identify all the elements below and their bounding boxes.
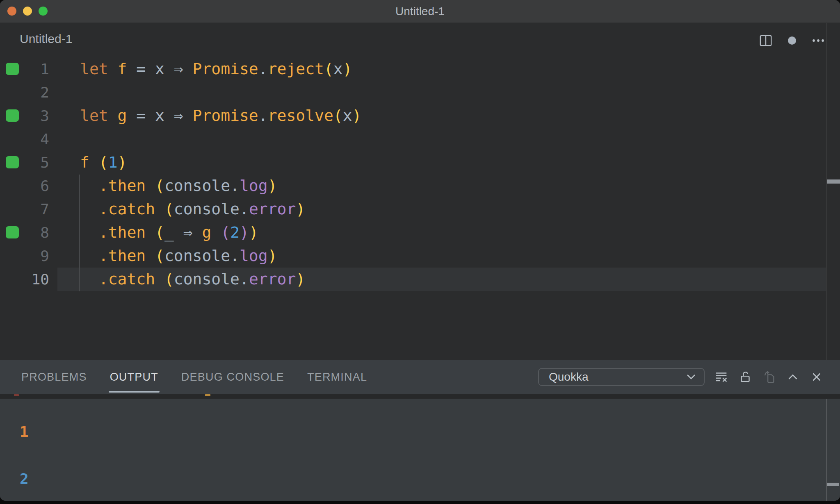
more-actions-icon[interactable] — [811, 34, 825, 48]
code-token: ) — [296, 270, 305, 288]
line-number[interactable]: 1 — [0, 57, 49, 81]
code-text: .then (console.log) — [80, 174, 277, 198]
code-text: let f = x ⇒ Promise.reject(x) — [80, 57, 352, 81]
line-number[interactable]: 4 — [0, 127, 49, 151]
code-token: ( — [155, 223, 164, 241]
panel-tab-debug-console[interactable]: DEBUG CONSOLE — [181, 360, 284, 394]
code-token: ) — [296, 200, 305, 218]
code-token: _ ⇒ — [164, 223, 202, 241]
code-token — [80, 177, 99, 195]
code-token — [80, 270, 99, 288]
code-token: ) — [268, 177, 277, 195]
code-token: error — [249, 270, 296, 288]
editor-actions — [759, 34, 825, 48]
panel-header: PROBLEMSOUTPUTDEBUG CONSOLETERMINAL Quok… — [0, 360, 840, 394]
panel-tab-terminal[interactable]: TERMINAL — [307, 360, 367, 394]
code-token — [211, 223, 221, 241]
code-token: x — [343, 107, 352, 125]
code-token: 2 — [230, 223, 240, 241]
code-line-4[interactable]: 4 — [0, 127, 840, 151]
traffic-lights — [7, 7, 48, 16]
code-token: ( — [324, 60, 333, 78]
code-token: let — [80, 60, 108, 78]
output-console: 12 — [0, 399, 840, 501]
code-token — [146, 177, 155, 195]
panel-tabs: PROBLEMSOUTPUTDEBUG CONSOLETERMINAL — [0, 360, 390, 394]
code-token: Promise — [193, 107, 258, 125]
code-text: .catch (console.error) — [80, 268, 305, 291]
open-output-in-editor-icon[interactable] — [762, 370, 776, 384]
zoom-window-button[interactable] — [39, 7, 48, 16]
line-number[interactable]: 8 — [0, 221, 49, 244]
titlebar[interactable]: Untitled-1 — [0, 0, 840, 23]
code-line-2[interactable]: 2 — [0, 81, 840, 104]
code-text: let g = x ⇒ Promise.resolve(x) — [80, 104, 361, 127]
code-token: f — [80, 153, 89, 171]
code-token — [155, 270, 164, 288]
code-token — [146, 223, 155, 241]
output-scrollbar-thumb[interactable] — [827, 483, 839, 486]
code-token: . — [240, 270, 249, 288]
code-line-1[interactable]: 1let f = x ⇒ Promise.reject(x) — [0, 57, 840, 81]
code-line-5[interactable]: 5f (1) — [0, 151, 840, 174]
line-number[interactable]: 10 — [0, 268, 49, 291]
code-lines: 1let f = x ⇒ Promise.reject(x)23let g = … — [0, 57, 840, 291]
code-line-3[interactable]: 3let g = x ⇒ Promise.resolve(x) — [0, 104, 840, 127]
code-line-9[interactable]: 9 .then (console.log) — [0, 244, 840, 268]
output-channel-select[interactable]: Quokka — [538, 368, 705, 386]
code-token: Promise — [193, 60, 258, 78]
output-line: 2 — [20, 467, 29, 491]
window-title: Untitled-1 — [395, 5, 445, 18]
minimize-window-button[interactable] — [23, 7, 32, 16]
line-number[interactable]: 7 — [0, 198, 49, 221]
split-editor-icon[interactable] — [759, 34, 773, 48]
code-line-8[interactable]: 8 .then (_ ⇒ g (2)) — [0, 221, 840, 244]
close-panel-icon[interactable] — [810, 370, 824, 384]
editor-tab-row: Untitled-1 — [0, 23, 840, 57]
code-token: ( — [221, 223, 230, 241]
code-line-10[interactable]: 10 .catch (console.error) — [0, 268, 840, 291]
clear-output-icon[interactable] — [714, 370, 728, 384]
code-token: error — [249, 200, 296, 218]
code-token: ( — [164, 200, 174, 218]
code-token: ( — [99, 153, 108, 171]
code-token: ( — [333, 107, 343, 125]
clipped-output-fragment — [14, 394, 19, 396]
code-token: ) — [118, 153, 127, 171]
editor-scrollbar-track — [826, 23, 827, 360]
code-token: ) — [343, 60, 352, 78]
code-token: . — [230, 177, 240, 195]
code-token: ) — [249, 223, 258, 241]
code-token: = x ⇒ — [127, 107, 192, 125]
unsaved-dirty-dot-icon[interactable] — [785, 34, 799, 48]
code-token: ( — [155, 177, 164, 195]
code-token — [155, 200, 164, 218]
code-token: console — [164, 177, 230, 195]
code-token: .then — [99, 247, 146, 265]
maximize-panel-icon[interactable] — [786, 370, 800, 384]
unlock-icon[interactable] — [738, 370, 752, 384]
code-text: f (1) — [80, 151, 127, 174]
editor-area: Untitled-1 1let f = x ⇒ Promise.reject(x… — [0, 23, 840, 360]
line-number[interactable]: 9 — [0, 244, 49, 268]
code-token: . — [258, 107, 268, 125]
output-channel-value: Quokka — [549, 370, 687, 384]
code-line-7[interactable]: 7 .catch (console.error) — [0, 198, 840, 221]
line-number[interactable]: 5 — [0, 151, 49, 174]
line-number[interactable]: 6 — [0, 174, 49, 198]
line-number[interactable]: 3 — [0, 104, 49, 127]
code-token — [89, 153, 99, 171]
editor-scrollbar-thumb[interactable] — [827, 179, 840, 184]
code-line-6[interactable]: 6 .then (console.log) — [0, 174, 840, 198]
code-text: .then (console.log) — [80, 244, 277, 268]
editor-tab-untitled[interactable]: Untitled-1 — [20, 32, 72, 46]
panel-tab-output[interactable]: OUTPUT — [110, 360, 158, 394]
line-number[interactable]: 2 — [0, 81, 49, 104]
close-window-button[interactable] — [7, 7, 16, 16]
code-token: .catch — [99, 200, 155, 218]
code-token: ( — [155, 247, 164, 265]
code-token: log — [240, 247, 268, 265]
code-token — [80, 223, 99, 241]
code-token: . — [240, 200, 249, 218]
panel-tab-problems[interactable]: PROBLEMS — [21, 360, 87, 394]
